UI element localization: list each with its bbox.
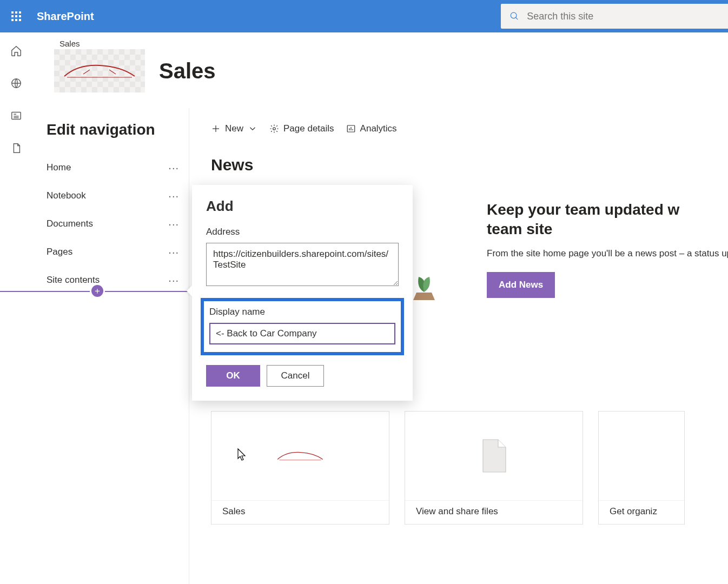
mouse-cursor-icon	[236, 448, 247, 462]
nav-item-pages[interactable]: Pages···	[47, 238, 182, 266]
card-sales[interactable]: Sales	[211, 411, 389, 525]
document-icon	[478, 437, 510, 475]
file-icon[interactable]	[10, 142, 23, 155]
news-empty-state: Keep your team updated w team site From …	[487, 200, 728, 298]
nav-item-label: Documents	[47, 218, 93, 229]
new-label: New	[225, 123, 243, 134]
nav-item-notebook[interactable]: Notebook···	[47, 182, 182, 210]
car-logo-icon	[276, 449, 325, 463]
breadcrumb[interactable]: Sales	[59, 39, 728, 48]
svg-line-1	[515, 17, 518, 19]
site-logo[interactable]	[54, 49, 145, 92]
search-box[interactable]	[501, 4, 728, 29]
chevron-down-icon	[248, 124, 257, 134]
command-bar: New Page details Analytics	[211, 118, 728, 140]
news-empty-title-2: team site	[487, 221, 552, 237]
car-logo-icon	[62, 60, 137, 82]
page-details-button[interactable]: Page details	[269, 123, 334, 134]
address-label: Address	[206, 227, 399, 237]
more-icon[interactable]: ···	[168, 162, 182, 174]
waffle-icon	[11, 11, 21, 21]
nav-item-label: Home	[47, 162, 71, 173]
site-title: Sales	[159, 59, 216, 83]
add-link-callout: Add Address https://citizenbuilders.shar…	[192, 185, 413, 401]
more-icon[interactable]: ···	[168, 274, 182, 287]
address-input[interactable]: https://citizenbuilders.sharepoint.com/s…	[206, 243, 399, 286]
news-illustration	[408, 270, 440, 303]
main-content: New Page details Analytics News Add Addr…	[189, 108, 728, 584]
nav-item-label: Pages	[47, 247, 72, 257]
news-empty-title-1: Keep your team updated w	[487, 201, 679, 218]
card-title: Get organiz	[599, 500, 684, 524]
display-name-input[interactable]	[209, 323, 395, 344]
callout-title: Add	[206, 198, 399, 215]
quick-links-cards: Sales View and share files Get organiz	[211, 411, 685, 525]
card-title: Sales	[211, 500, 389, 524]
brand-label[interactable]: SharePoint	[37, 10, 94, 23]
display-name-label: Display name	[209, 307, 395, 317]
search-input[interactable]	[527, 11, 719, 22]
nav-item-label: Notebook	[47, 190, 86, 201]
news-empty-body: From the site home page you'll be a news…	[487, 248, 728, 259]
more-icon[interactable]: ···	[168, 190, 182, 202]
plus-icon	[211, 124, 221, 134]
analytics-button[interactable]: Analytics	[346, 123, 397, 134]
ok-button[interactable]: OK	[206, 365, 260, 387]
edit-nav-title: Edit navigation	[47, 121, 182, 138]
card-get-organized[interactable]: Get organiz	[598, 411, 685, 525]
nav-insert-indicator: ＋	[0, 291, 194, 292]
analytics-label: Analytics	[360, 123, 397, 134]
nav-item-documents[interactable]: Documents···	[47, 210, 182, 238]
card-view-share-files[interactable]: View and share files	[405, 411, 583, 525]
nav-item-label: Site contents	[47, 275, 100, 286]
home-icon[interactable]	[10, 44, 23, 57]
suite-header: SharePoint	[0, 0, 728, 32]
nav-item-home[interactable]: Home···	[47, 154, 182, 182]
svg-rect-3	[12, 112, 21, 120]
svg-point-0	[511, 12, 517, 18]
add-news-button[interactable]: Add News	[487, 272, 555, 298]
cancel-button[interactable]: Cancel	[267, 365, 324, 387]
news-icon[interactable]	[10, 109, 23, 122]
svg-point-9	[273, 128, 276, 130]
card-title: View and share files	[405, 500, 583, 524]
new-button[interactable]: New	[211, 123, 257, 134]
gear-icon	[269, 124, 279, 134]
news-section-heading: News	[211, 156, 728, 174]
nav-item-site-contents[interactable]: Site contents···	[47, 266, 182, 294]
edit-navigation-panel: Edit navigation Home··· Notebook··· Docu…	[32, 108, 189, 584]
globe-icon[interactable]	[10, 77, 23, 90]
analytics-icon	[346, 124, 356, 134]
add-nav-link-button[interactable]: ＋	[91, 285, 103, 297]
highlight-annotation: Display name	[201, 298, 404, 355]
app-launcher-button[interactable]	[0, 0, 32, 32]
search-icon	[509, 11, 519, 22]
app-rail	[0, 32, 32, 584]
site-header: Sales Sales	[49, 32, 728, 105]
more-icon[interactable]: ···	[168, 246, 182, 258]
page-details-label: Page details	[283, 123, 334, 134]
more-icon[interactable]: ···	[168, 218, 182, 230]
